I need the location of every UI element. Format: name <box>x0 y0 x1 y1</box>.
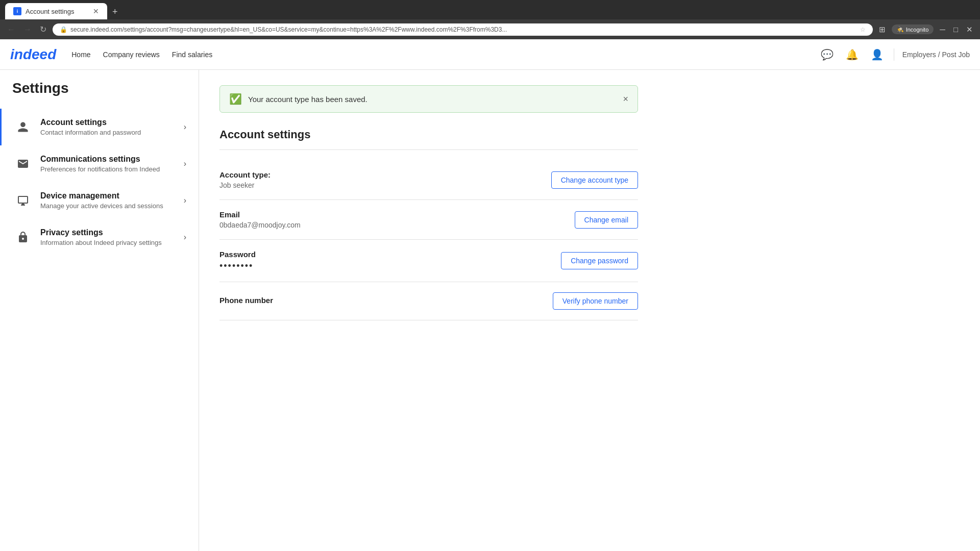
email-value: 0bdaeda7@moodjoy.com <box>219 221 301 229</box>
profile-icon[interactable]: 👤 <box>869 46 886 63</box>
device-sidebar-text: Device management Manage your active dev… <box>40 191 176 210</box>
change-password-button[interactable]: Change password <box>561 252 638 269</box>
email-row: Email 0bdaeda7@moodjoy.com Change email <box>219 200 638 240</box>
browser-chrome: i Account settings ✕ + ← → ↻ 🔒 secure.in… <box>0 0 980 39</box>
success-banner: ✅ Your account type has been saved. × <box>219 85 638 113</box>
account-sidebar-subtitle: Contact information and password <box>40 129 176 136</box>
extensions-button[interactable]: ⊞ <box>877 23 888 36</box>
verify-phone-button[interactable]: Verify phone number <box>553 292 638 310</box>
password-info: Password •••••••• <box>219 250 256 271</box>
account-sidebar-title: Account settings <box>40 118 176 127</box>
privacy-sidebar-title: Privacy settings <box>40 228 176 237</box>
communications-sidebar-title: Communications settings <box>40 155 176 164</box>
password-label: Password <box>219 250 256 259</box>
nav-find-salaries[interactable]: Find salaries <box>172 51 212 59</box>
communications-sidebar-subtitle: Preferences for notifications from Indee… <box>40 165 176 173</box>
account-icon <box>14 118 32 136</box>
communications-chevron-icon: › <box>184 159 186 168</box>
new-tab-button[interactable]: + <box>108 5 122 19</box>
header-divider <box>894 48 894 61</box>
tab-title: Account settings <box>26 8 74 15</box>
browser-action-buttons: ⊞ 🕵️ Incognito ─ □ ✕ <box>877 23 975 36</box>
header-actions: 💬 🔔 👤 Employers / Post Job <box>819 46 970 63</box>
change-account-type-button[interactable]: Change account type <box>551 171 638 189</box>
employers-link[interactable]: Employers / Post Job <box>902 51 970 59</box>
site-header: indeed Home Company reviews Find salarie… <box>0 39 980 70</box>
account-type-info: Account type: Job seeker <box>219 170 271 189</box>
account-type-row: Account type: Job seeker Change account … <box>219 160 638 200</box>
password-row: Password •••••••• Change password <box>219 240 638 282</box>
logo-text: indeed <box>10 46 56 63</box>
device-chevron-icon: › <box>184 196 186 205</box>
success-check-icon: ✅ <box>229 93 242 105</box>
nav-company-reviews[interactable]: Company reviews <box>103 51 160 59</box>
main-content: ✅ Your account type has been saved. × Ac… <box>199 70 658 551</box>
address-bar[interactable]: 🔒 secure.indeed.com/settings/account?msg… <box>53 23 873 36</box>
success-close-button[interactable]: × <box>623 94 628 105</box>
sidebar: Settings Account settings Contact inform… <box>0 70 199 551</box>
logo[interactable]: indeed <box>10 46 56 63</box>
sidebar-page-title: Settings <box>0 80 199 109</box>
address-bar-row: ← → ↻ 🔒 secure.indeed.com/settings/accou… <box>0 19 980 39</box>
lock-icon: 🔒 <box>60 26 67 33</box>
refresh-button[interactable]: ↻ <box>38 22 48 36</box>
lock-icon <box>14 228 32 246</box>
email-icon <box>14 155 32 173</box>
email-info: Email 0bdaeda7@moodjoy.com <box>219 210 301 229</box>
bookmark-icon: ☆ <box>860 26 866 33</box>
active-tab[interactable]: i Account settings ✕ <box>5 3 107 19</box>
phone-label: Phone number <box>219 296 273 305</box>
nav-home[interactable]: Home <box>71 51 90 59</box>
forward-button[interactable]: → <box>21 23 34 36</box>
account-chevron-icon: › <box>184 122 186 132</box>
tab-close-button[interactable]: ✕ <box>93 7 99 15</box>
phone-info: Phone number <box>219 296 273 307</box>
device-sidebar-subtitle: Manage your active devices and sessions <box>40 202 176 210</box>
sidebar-item-privacy[interactable]: Privacy settings Information about Indee… <box>0 219 199 256</box>
sidebar-item-communications[interactable]: Communications settings Preferences for … <box>0 145 199 182</box>
email-label: Email <box>219 210 301 219</box>
privacy-chevron-icon: › <box>184 233 186 242</box>
tab-bar: i Account settings ✕ + <box>0 0 980 19</box>
close-button[interactable]: ✕ <box>964 23 975 36</box>
account-type-value: Job seeker <box>219 181 271 189</box>
password-value: •••••••• <box>219 261 256 271</box>
success-message: Your account type has been saved. <box>248 95 617 104</box>
privacy-sidebar-text: Privacy settings Information about Indee… <box>40 228 176 246</box>
communications-sidebar-text: Communications settings Preferences for … <box>40 155 176 173</box>
monitor-icon <box>14 191 32 210</box>
change-email-button[interactable]: Change email <box>575 211 638 229</box>
page-layout: Settings Account settings Contact inform… <box>0 70 980 551</box>
incognito-badge: 🕵️ Incognito <box>892 24 934 34</box>
main-nav: Home Company reviews Find salaries <box>71 51 212 59</box>
minimize-button[interactable]: ─ <box>938 23 947 36</box>
account-sidebar-text: Account settings Contact information and… <box>40 118 176 136</box>
maximize-button[interactable]: □ <box>951 23 960 36</box>
privacy-sidebar-subtitle: Information about Indeed privacy setting… <box>40 239 176 246</box>
back-button[interactable]: ← <box>5 23 17 36</box>
url-text: secure.indeed.com/settings/account?msg=c… <box>70 26 857 33</box>
notifications-icon[interactable]: 🔔 <box>844 46 861 63</box>
phone-number-row: Phone number Verify phone number <box>219 282 638 320</box>
incognito-label: Incognito <box>906 27 929 33</box>
section-title: Account settings <box>219 128 638 150</box>
sidebar-item-account[interactable]: Account settings Contact information and… <box>0 109 199 145</box>
messages-icon[interactable]: 💬 <box>819 46 836 63</box>
incognito-icon: 🕵️ <box>897 26 904 33</box>
sidebar-item-device[interactable]: Device management Manage your active dev… <box>0 182 199 219</box>
account-type-label: Account type: <box>219 170 271 179</box>
device-sidebar-title: Device management <box>40 191 176 201</box>
tab-favicon: i <box>13 7 21 15</box>
